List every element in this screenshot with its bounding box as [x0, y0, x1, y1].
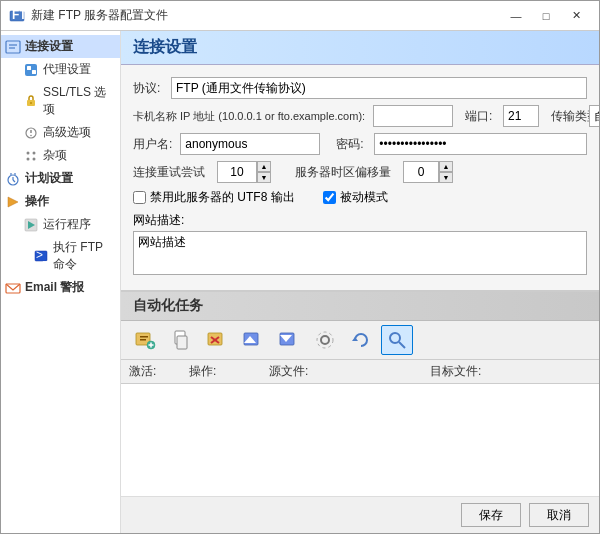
checkbox-row: 禁用此服务器的 UTF8 输出 被动模式	[133, 189, 587, 206]
port-input[interactable]	[503, 105, 539, 127]
passive-checkbox-label[interactable]: 被动模式	[323, 189, 388, 206]
search-icon	[386, 329, 408, 351]
username-label: 用户名:	[133, 136, 172, 153]
timezone-spinbox: ▲ ▼	[403, 161, 453, 183]
protocol-select[interactable]: FTP (通用文件传输协议) SFTP FTPS	[171, 77, 587, 99]
utf8-checkbox-label[interactable]: 禁用此服务器的 UTF8 输出	[133, 189, 295, 206]
connection-settings-form: 协议: FTP (通用文件传输协议) SFTP FTPS 卡机名称 IP 地址	[121, 73, 599, 290]
footer: 保存 取消	[121, 496, 599, 533]
sidebar-item-advanced[interactable]: 高级选项	[1, 121, 120, 144]
maximize-button[interactable]: □	[531, 6, 561, 26]
sidebar-item-email-alert[interactable]: Email 警报	[1, 276, 120, 299]
description-textarea[interactable]	[133, 231, 587, 275]
delete-button[interactable]	[201, 325, 233, 355]
svg-point-12	[30, 134, 32, 136]
svg-point-43	[321, 336, 329, 344]
sidebar-item-ssl-tls[interactable]: SSL/TLS 选项	[1, 81, 120, 121]
sidebar-item-misc[interactable]: 杂项	[1, 144, 120, 167]
cmd-icon: >_	[33, 248, 49, 264]
email-icon	[5, 280, 21, 296]
host-row: 卡机名称 IP 地址 (10.0.0.1 or fto.example.com)…	[133, 105, 587, 127]
host-label: 卡机名称 IP 地址 (10.0.0.1 or fto.example.com)…	[133, 109, 365, 124]
svg-marker-45	[352, 337, 358, 341]
utf8-checkbox[interactable]	[133, 191, 146, 204]
sidebar-item-scheduled[interactable]: 计划设置	[1, 167, 120, 190]
run-icon	[23, 217, 39, 233]
username-input[interactable]	[180, 133, 320, 155]
titlebar-controls: — □ ✕	[501, 6, 591, 26]
svg-point-13	[27, 151, 30, 154]
connection-settings-panel: 连接设置 协议: FTP (通用文件传输协议) SFTP FTPS	[121, 31, 599, 290]
add-task-icon	[134, 329, 156, 351]
sidebar-label-ssl-tls: SSL/TLS 选项	[43, 84, 114, 118]
automation-table: 激活: 操作: 源文件: 目标文件:	[121, 360, 599, 496]
sidebar-item-ftp-commands[interactable]: >_ 执行 FTP 命令	[1, 236, 120, 276]
host-input[interactable]	[373, 105, 453, 127]
close-button[interactable]: ✕	[561, 6, 591, 26]
svg-text:>_: >_	[36, 249, 48, 262]
actions-icon	[5, 194, 21, 210]
search-button[interactable]	[381, 325, 413, 355]
password-input[interactable]	[374, 133, 587, 155]
sidebar-label-proxy-settings: 代理设置	[43, 61, 91, 78]
retry-spinbox-buttons: ▲ ▼	[257, 161, 271, 183]
retry-input[interactable]	[217, 161, 257, 183]
connection-icon	[5, 39, 21, 55]
sidebar-item-proxy-settings[interactable]: 代理设置	[1, 58, 120, 81]
passive-checkbox[interactable]	[323, 191, 336, 204]
timezone-input[interactable]	[403, 161, 439, 183]
transfer-type-select[interactable]: 自动 主动 被动	[589, 105, 599, 127]
sidebar-item-run-program[interactable]: 运行程序	[1, 213, 120, 236]
protocol-label: 协议:	[133, 80, 163, 97]
description-row: 网站描述:	[133, 212, 587, 278]
svg-line-47	[399, 342, 405, 348]
delete-icon	[206, 329, 228, 351]
transfer-type-select-wrapper: 自动 主动 被动	[589, 105, 599, 127]
svg-rect-7	[32, 70, 36, 74]
automation-toolbar	[121, 321, 599, 360]
timezone-decrement-button[interactable]: ▼	[439, 172, 453, 183]
minimize-button[interactable]: —	[501, 6, 531, 26]
titlebar-left: FTP 新建 FTP 服务器配置文件	[9, 7, 168, 24]
svg-point-15	[27, 157, 30, 160]
add-task-button[interactable]	[129, 325, 161, 355]
transfer-type-label: 传输类型:	[551, 108, 581, 125]
retry-spinbox: ▲ ▼	[217, 161, 271, 183]
timezone-increment-button[interactable]: ▲	[439, 161, 453, 172]
description-label: 网站描述:	[133, 212, 587, 229]
timezone-spinbox-buttons: ▲ ▼	[439, 161, 453, 183]
settings-button[interactable]	[309, 325, 341, 355]
main-window: FTP 新建 FTP 服务器配置文件 — □ ✕ 连接	[0, 0, 600, 534]
table-col-target: 目标文件:	[430, 363, 591, 380]
sidebar-item-connection-settings[interactable]: 连接设置	[1, 35, 120, 58]
table-col-source: 源文件:	[269, 363, 430, 380]
retry-decrement-button[interactable]: ▼	[257, 172, 271, 183]
copy-icon	[170, 329, 192, 351]
advanced-icon	[23, 125, 39, 141]
retry-label: 连接重试尝试	[133, 164, 205, 181]
misc-icon	[23, 148, 39, 164]
svg-text:FTP: FTP	[12, 8, 25, 22]
svg-rect-6	[27, 66, 31, 70]
move-up-button[interactable]	[237, 325, 269, 355]
settings-icon	[314, 329, 336, 351]
table-col-active: 激活:	[129, 363, 189, 380]
cancel-button[interactable]: 取消	[529, 503, 589, 527]
ssl-icon	[23, 93, 39, 109]
retry-increment-button[interactable]: ▲	[257, 161, 271, 172]
utf8-label: 禁用此服务器的 UTF8 输出	[150, 189, 295, 206]
sidebar-label-advanced: 高级选项	[43, 124, 91, 141]
svg-point-44	[317, 332, 333, 348]
svg-rect-2	[6, 41, 20, 53]
sidebar-item-actions[interactable]: 操作	[1, 190, 120, 213]
copy-button[interactable]	[165, 325, 197, 355]
svg-line-19	[13, 180, 15, 182]
save-button[interactable]: 保存	[461, 503, 521, 527]
table-body	[121, 384, 599, 388]
refresh-button[interactable]	[345, 325, 377, 355]
sidebar-label-actions: 操作	[25, 193, 49, 210]
move-down-button[interactable]	[273, 325, 305, 355]
window-title: 新建 FTP 服务器配置文件	[31, 7, 168, 24]
table-col-action: 操作:	[189, 363, 269, 380]
svg-point-14	[33, 151, 36, 154]
